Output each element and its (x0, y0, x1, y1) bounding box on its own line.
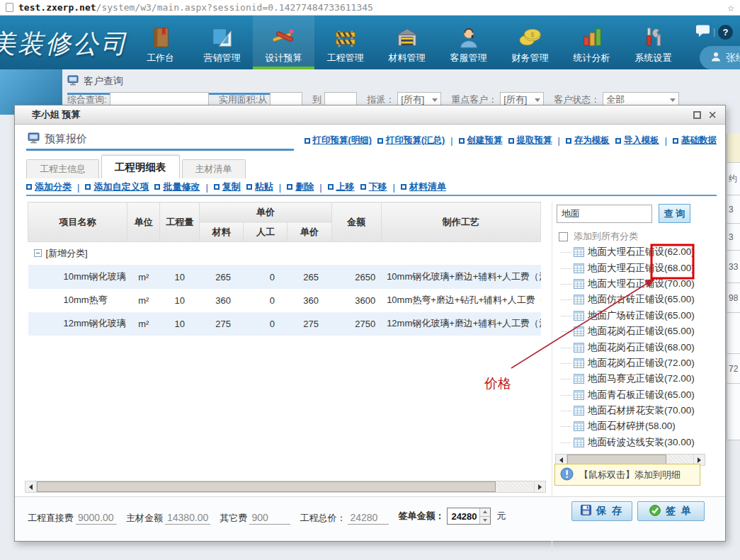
tree-item[interactable]: 地面马赛克正铺设(72.00) (555, 371, 707, 387)
nav-item-工作台[interactable]: 工作台 (130, 16, 191, 69)
bookmark-star-icon[interactable]: ☆ (727, 2, 734, 13)
category-label: [新增分类] (46, 248, 88, 258)
nav-item-客服管理[interactable]: 客服管理 (438, 16, 499, 69)
link-square-icon (154, 184, 160, 190)
tree-item-label: 地面广场砖正铺设(65.00) (588, 309, 695, 322)
table-icon (574, 421, 584, 431)
grid-category-row[interactable]: [新增分类] (28, 242, 541, 265)
collapse-icon[interactable] (34, 249, 42, 257)
tree-item[interactable]: 地面花岗石正铺设(72.00) (555, 355, 707, 371)
message-bubble-icon[interactable] (695, 24, 710, 40)
scroll-left-arrow-icon[interactable] (25, 481, 37, 492)
grid-header-cell[interactable]: 材料 (200, 222, 244, 242)
action-link-创建预算[interactable]: 创建预算 (459, 135, 503, 147)
toolbar-link-粘贴[interactable]: 粘贴 (246, 181, 273, 193)
grid-cell-unit_price: 360 (288, 289, 331, 312)
project-icon (332, 25, 359, 50)
grid-row[interactable]: 10mm钢化玻璃m²102650265265010mm钢化玻璃+磨边+辅料+人工… (28, 265, 541, 289)
link-label: 基础数据 (681, 135, 717, 147)
maximize-icon[interactable] (693, 111, 701, 119)
tree-item[interactable]: 地面大理石正铺设(68.00) (555, 260, 707, 275)
section-title: 预算报价 (45, 132, 87, 146)
grid-header-cell[interactable]: 人工 (244, 222, 288, 242)
action-link-打印预算(汇总)[interactable]: 打印预算(汇总) (377, 135, 445, 147)
link-square-icon (304, 138, 310, 144)
link-label: 添加分类 (35, 181, 72, 193)
scrollbar-thumb[interactable] (37, 481, 496, 492)
tree-item[interactable]: 地面仿古砖正铺设(65.00) (555, 292, 707, 307)
action-link-存为模板[interactable]: 存为模板 (566, 135, 610, 147)
search-input[interactable] (557, 205, 652, 223)
dialog-titlebar[interactable]: 李小姐 预算 × (15, 105, 725, 125)
nav-item-财务管理[interactable]: $财务管理 (499, 16, 561, 69)
tab-主材清单[interactable]: 主材清单 (182, 159, 246, 178)
spinner-down-icon[interactable] (480, 517, 490, 525)
tree-item[interactable]: 地面石材碎拼(58.00) (555, 418, 707, 434)
grid-header-cell[interactable]: 项目名称 (28, 202, 127, 242)
grid-toolbar: 添加分类|添加自定义项批量修改|复制粘贴|删除|上移下移|材料清单 (26, 179, 717, 196)
sign-button[interactable]: 签 单 (637, 501, 705, 521)
grid-row[interactable]: 12mm钢化玻璃m²102750275275012mm钢化玻璃+磨边+辅料+人工… (28, 312, 541, 336)
toolbar-link-批量修改[interactable]: 批量修改 (154, 181, 200, 193)
grid-cell (244, 242, 288, 265)
grid-header-cell[interactable]: 单位 (127, 202, 160, 242)
grid-cell-amount: 2650 (331, 265, 381, 289)
action-link-基础数据[interactable]: 基础数据 (673, 135, 717, 147)
toolbar-link-复制[interactable]: 复制 (214, 181, 241, 193)
toolbar-link-添加分类[interactable]: 添加分类 (26, 181, 72, 193)
scroll-right-arrow-icon[interactable] (534, 481, 545, 492)
monitor-icon (67, 75, 79, 88)
tab-工程主信息[interactable]: 工程主信息 (26, 159, 99, 178)
toolbar-link-添加自定义项[interactable]: 添加自定义项 (85, 181, 149, 193)
bg-strip-cell (727, 133, 740, 163)
nav-item-设计预算[interactable]: 设计预算 (253, 16, 314, 69)
save-button[interactable]: 保 存 (571, 501, 632, 521)
tree-item[interactable]: 地面花岗石正铺设(68.00) (555, 339, 707, 355)
url-text[interactable]: test.zxerp.net/system/w3/main.aspx?sessi… (18, 2, 373, 13)
tree-item[interactable]: 地面石材拼花安装(70.00) (555, 403, 707, 418)
add-to-all-categories-checkbox[interactable] (559, 232, 568, 241)
grid-header-cell[interactable]: 单价 (288, 222, 331, 242)
spinner-buttons (479, 508, 490, 524)
grid-cell-name: 10mm钢化玻璃 (28, 265, 127, 289)
tree-item[interactable]: 地面大理石正铺设(62.00) (555, 244, 707, 260)
search-button[interactable]: 查 询 (659, 204, 690, 223)
grid-cell-qty: 10 (160, 312, 200, 336)
help-icon[interactable]: ? (718, 25, 733, 40)
nav-item-统计分析[interactable]: 统计分析 (561, 16, 622, 69)
screen: test.zxerp.net/system/w3/main.aspx?sessi… (0, 0, 740, 560)
totals-row: 工程直接费9000.00主材金额14380.00其它费900工程总价：24280… (28, 508, 506, 525)
grid-header-cell[interactable]: 单价 (200, 202, 331, 222)
tab-工程明细表[interactable]: 工程明细表 (101, 155, 180, 178)
grid-header-cell[interactable]: 工程量 (160, 202, 200, 242)
footer-field: 工程总价：24280 (300, 512, 389, 525)
user-menu[interactable]: 张经 (700, 46, 740, 69)
nav-item-工程管理[interactable]: 工程管理 (314, 16, 376, 69)
grid-header-cell[interactable]: 金额 (331, 202, 381, 242)
tree-item[interactable]: 地面大理石正铺设(70.00) (555, 276, 707, 292)
tree-item[interactable]: 地面广场砖正铺设(65.00) (555, 308, 707, 324)
grid-category-cell[interactable]: [新增分类] (28, 242, 127, 265)
grid-row[interactable]: 10mm热弯m²103600360360010mm热弯+磨边+钻孔+辅料+人工费… (28, 289, 541, 312)
toolbar-link-上移[interactable]: 上移 (328, 181, 355, 193)
spinner-up-icon[interactable] (480, 508, 490, 517)
nav-item-营销管理[interactable]: 营销管理 (191, 16, 253, 69)
sign-amount-spinner[interactable]: 24280 (447, 508, 491, 525)
toolbar-link-下移[interactable]: 下移 (360, 181, 387, 193)
toolbar-link-删除[interactable]: 删除 (287, 181, 314, 193)
action-link-提取预算[interactable]: 提取预算 (508, 135, 552, 147)
close-icon[interactable]: × (708, 110, 717, 120)
tree-item[interactable]: 地面砖波达线安装(30.00) (555, 435, 707, 450)
action-link-打印预算(明细)[interactable]: 打印预算(明细) (304, 135, 372, 147)
grid-header-cell[interactable]: 制作工艺 (381, 202, 540, 242)
link-label: 材料清单 (409, 181, 446, 193)
action-link-导入模板[interactable]: 导入模板 (615, 135, 659, 147)
tree-item[interactable]: 地面花岗石正铺设(65.00) (555, 324, 707, 339)
nav-item-材料管理[interactable]: 材料管理 (376, 16, 438, 69)
grid-cell-qty: 10 (160, 289, 200, 312)
nav-item-系统设置[interactable]: 系统设置 (622, 16, 684, 69)
grid-horizontal-scrollbar[interactable] (25, 481, 546, 493)
grid-cell-unit: m² (127, 265, 160, 289)
tree-item[interactable]: 地面青石板正铺设(65.00) (555, 387, 707, 403)
toolbar-link-材料清单[interactable]: 材料清单 (401, 181, 446, 193)
